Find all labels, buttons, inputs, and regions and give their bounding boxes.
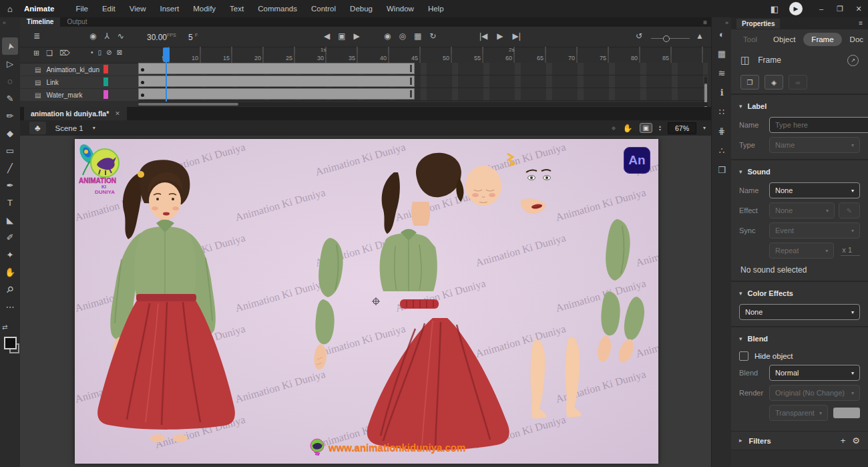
timeline-zoom-knob[interactable] [663, 35, 670, 42]
sound-effect-select[interactable]: None ▾ [769, 202, 835, 218]
loop-icon[interactable]: ↻ [429, 32, 436, 40]
selection-tool-icon[interactable]: ➤ [2, 37, 18, 55]
blend-section-header[interactable]: ▾ Blend [739, 332, 860, 345]
timeline-tab[interactable]: Output [60, 17, 93, 27]
fill-color-swatch[interactable] [4, 337, 17, 349]
frame-span[interactable] [138, 75, 415, 87]
snap-target-icon[interactable]: ⌖ [612, 124, 616, 132]
scroll-thumb[interactable] [704, 84, 707, 110]
properties-tab[interactable]: Frame [803, 33, 841, 46]
layers-panel-icon[interactable]: ≣ [33, 32, 40, 40]
edit-multiple-frames-icon[interactable]: ▦ [414, 32, 421, 40]
stage[interactable]: Animation Ki DuniyaAnimation Ki DuniyaAn… [75, 139, 658, 464]
layer-frames-row[interactable] [138, 88, 708, 101]
part-forearm-right-2[interactable] [619, 297, 644, 362]
rectangle-tool-icon[interactable]: ▭ [2, 142, 18, 159]
frames-area[interactable]: 1s2s 510152025303540455055606570758085 [138, 47, 708, 107]
part-upper-sleeve[interactable] [318, 238, 343, 297]
assets-panel-icon[interactable]: ∴ [719, 146, 724, 156]
insert-frame-icon[interactable]: ▣ [338, 32, 345, 40]
part-hair[interactable] [416, 153, 463, 202]
menu-item[interactable]: Insert [160, 5, 179, 13]
layer-row[interactable]: ▤ Water_mark [20, 89, 138, 101]
new-layer-icon[interactable]: ⊞ [33, 49, 39, 57]
play-icon[interactable]: ▶ [497, 32, 503, 40]
menu-item[interactable]: Edit [102, 5, 116, 13]
part-neck[interactable] [411, 202, 430, 226]
sound-name-select[interactable]: None ▾ [769, 182, 860, 198]
zoom-tool-icon[interactable]: ⚲ [2, 281, 18, 298]
close-document-icon[interactable]: ✕ [115, 110, 120, 117]
grab-stage-icon[interactable]: ✋ [623, 124, 633, 132]
alpha-mode-select[interactable]: Transparent ▾ [769, 405, 828, 421]
layer-row[interactable]: ▤ Link [20, 76, 138, 88]
layer-frames-row[interactable] [138, 75, 708, 88]
hand-tool-icon[interactable]: ✋ [2, 263, 18, 281]
layer-color-swatch[interactable] [103, 65, 108, 73]
step-forward-icon[interactable]: ▶ [354, 32, 360, 40]
swap-colors-icon[interactable]: ⇄ [2, 323, 18, 331]
visibility-column-icon[interactable]: ⊘ [106, 49, 112, 56]
filter-options-icon[interactable]: ⚙ [852, 436, 860, 446]
onion-marker-icon[interactable]: ◈ [765, 75, 783, 90]
help-icon[interactable]: ↗ [847, 55, 859, 66]
layer-row[interactable]: ▤ Animation_ki_dun... [20, 63, 138, 75]
symbol-edit-icon[interactable]: ♣ [29, 122, 46, 134]
menu-item[interactable]: Window [387, 5, 414, 13]
step-back-icon[interactable]: ◀ [324, 32, 330, 40]
sound-sync-select[interactable]: Event ▾ [769, 222, 860, 239]
layer-color-swatch[interactable] [103, 77, 108, 86]
lock-column-icon[interactable]: ⊠ [116, 49, 122, 56]
info-panel-icon[interactable]: ℹ [720, 88, 724, 98]
transform-panel-icon[interactable]: ∷ [719, 107, 724, 117]
part-sleeve-right[interactable] [606, 219, 630, 281]
document-tab[interactable]: animation ki duniya.fla* ✕ [24, 107, 127, 120]
properties-menu-icon[interactable]: ≡ [859, 20, 863, 27]
label-type-select[interactable]: Name ▾ [769, 137, 860, 153]
timeline-tab[interactable]: Timeline [20, 17, 60, 27]
paint-bucket-tool-icon[interactable]: ◣ [2, 211, 18, 228]
fps-display[interactable]: 30.00FPS [147, 33, 176, 42]
close-button[interactable]: ✕ [849, 5, 868, 13]
frame-ruler[interactable]: 510152025303540455055606570758085 [138, 54, 708, 63]
chevron-right-icon[interactable]: ▸ [739, 438, 742, 444]
menu-item[interactable]: File [75, 5, 88, 13]
hide-object-checkbox[interactable] [739, 351, 748, 361]
menu-item[interactable]: Text [230, 5, 244, 13]
color-effect-select[interactable]: None ▾ [739, 304, 860, 320]
onion-skin-icon[interactable]: ◉ [384, 32, 391, 40]
new-folder-icon[interactable]: ❑ [46, 49, 53, 57]
part-forearm-left[interactable] [314, 299, 335, 369]
character-full[interactable] [97, 160, 235, 442]
onion-outline-icon[interactable]: ◎ [399, 32, 405, 40]
eraser-tool-icon[interactable]: ◆ [2, 124, 18, 142]
edit-sound-envelope-button[interactable]: ✎ [839, 202, 860, 218]
color-effects-header[interactable]: ▾ Color Effects [739, 287, 860, 300]
panel-collapse-icon[interactable]: « [3, 19, 6, 26]
properties-tab[interactable]: Tool [735, 33, 765, 46]
sound-repeat-count[interactable]: x 1 [841, 246, 860, 256]
frame-span[interactable] [138, 88, 415, 100]
label-section-header[interactable]: ▾ Label [739, 100, 860, 113]
zoom-stepper[interactable]: ▴ ▾ [659, 125, 661, 132]
minimize-button[interactable]: – [812, 5, 831, 13]
menu-item[interactable]: Debug [350, 5, 373, 13]
pen-tool-icon[interactable]: ✒ [2, 176, 18, 194]
menu-item[interactable]: View [130, 5, 146, 13]
playhead[interactable] [163, 47, 170, 62]
layer-name[interactable]: Water_mark [46, 92, 82, 99]
lasso-tool-icon[interactable]: ◌ [2, 72, 18, 90]
zoom-chevron-icon[interactable]: ▾ [703, 126, 706, 131]
scene-name[interactable]: Scene 1 [55, 124, 83, 132]
menu-item[interactable]: Commands [258, 5, 297, 13]
history-panel-icon[interactable]: ❒ [718, 165, 726, 175]
scene-chevron-icon[interactable]: ▾ [93, 126, 95, 131]
part-blouse-torso[interactable] [380, 229, 437, 291]
workspace-icon[interactable]: ◧ [771, 4, 779, 14]
swap-symbol-icon[interactable]: ❐ [740, 75, 759, 90]
sound-section-header[interactable]: ▾ Sound [739, 165, 860, 178]
dock-collapse-icon[interactable]: » [725, 19, 728, 26]
frame-span[interactable] [138, 63, 415, 74]
properties-tab[interactable]: Doc [842, 33, 868, 46]
more-tools-icon[interactable]: ⋯ [2, 298, 18, 315]
